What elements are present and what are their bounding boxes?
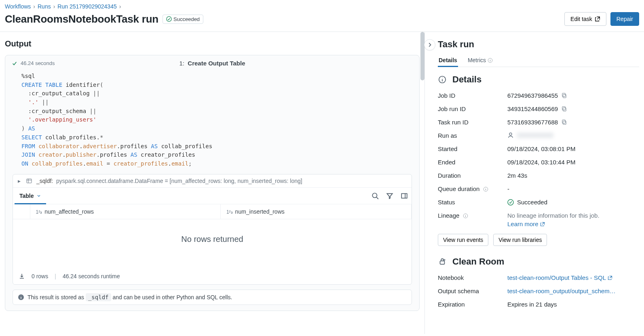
runtime-label: 46.24 seconds runtime <box>63 273 120 279</box>
breadcrumb: Workflows › Runs › Run 251799029024345 › <box>0 0 644 10</box>
notebook-cell: 46.24 seconds 1: Create Output Table %sq… <box>5 55 420 311</box>
chevron-right-icon <box>427 42 433 48</box>
expand-triangle-icon[interactable]: ▸ <box>18 178 22 184</box>
task-run-title: Task run <box>438 39 639 50</box>
svg-rect-11 <box>563 121 566 124</box>
user-icon <box>507 132 514 139</box>
cell-title: 1: Create Output Table <box>179 60 245 67</box>
chevron-right-icon: › <box>33 3 35 10</box>
cell-status: 46.24 seconds <box>12 60 55 66</box>
external-link-icon <box>608 275 612 280</box>
sqldf-note: This result is stored as _sqldf and can … <box>13 290 412 305</box>
copy-icon[interactable] <box>561 119 567 125</box>
info-icon <box>483 187 488 192</box>
copy-icon[interactable] <box>561 92 567 99</box>
svg-rect-12 <box>562 120 566 123</box>
search-icon[interactable] <box>368 189 382 203</box>
filter-icon[interactable] <box>382 189 397 203</box>
page-title: CleanRoomsNotebookTask run <box>5 13 158 25</box>
edit-task-button[interactable]: Edit task <box>564 12 606 26</box>
row-count: 0 rows <box>32 273 48 279</box>
empty-state: No rows returned <box>13 219 412 268</box>
svg-point-13 <box>509 133 512 135</box>
tab-metrics[interactable]: Metrics <box>467 54 494 67</box>
result-table: 1²₃num_affected_rows 1²₃num_inserted_row… <box>13 204 412 219</box>
breadcrumb-link-run-id[interactable]: Run 251799029024345 <box>57 3 116 10</box>
status-badge: Succeeded <box>163 15 203 24</box>
sqldf-label: _sqldf: pyspark.sql.connect.dataframe.Da… <box>36 178 302 184</box>
info-icon <box>18 294 24 300</box>
redacted-user <box>517 132 553 138</box>
lineage-learn-more-link[interactable]: Learn more <box>507 220 545 227</box>
external-link-icon <box>595 16 600 22</box>
svg-rect-8 <box>562 93 566 97</box>
view-run-events-button[interactable]: View run events <box>438 234 488 246</box>
info-icon <box>488 58 493 63</box>
chevron-right-icon: › <box>119 3 121 10</box>
check-circle-icon <box>507 199 514 206</box>
column-header[interactable]: 1²₃num_affected_rows <box>30 204 220 219</box>
copy-icon[interactable] <box>561 106 567 112</box>
clean-room-notebook-link[interactable]: test-clean-room/Output Tables - SQL <box>507 274 612 281</box>
page-header: CleanRoomsNotebookTask run Succeeded Edi… <box>0 10 644 32</box>
repair-button[interactable]: Repair <box>610 12 639 26</box>
breadcrumb-link-workflows[interactable]: Workflows <box>5 3 31 10</box>
check-circle-icon <box>166 16 172 22</box>
column-header[interactable]: 1²₃num_inserted_rows <box>220 204 411 219</box>
clean-room-heading: Clean Room <box>452 256 504 267</box>
panel-toggle-icon[interactable] <box>397 189 412 203</box>
external-link-icon <box>540 222 545 227</box>
tab-table[interactable]: Table <box>13 188 48 204</box>
svg-rect-10 <box>562 107 566 110</box>
download-icon[interactable] <box>19 273 25 279</box>
svg-rect-7 <box>563 94 566 98</box>
svg-rect-17 <box>440 261 445 264</box>
code-block: %sql CREATE TABLE identifier( :cr_output… <box>5 71 419 174</box>
details-heading: Details <box>452 74 481 85</box>
svg-rect-1 <box>27 179 32 183</box>
svg-point-0 <box>167 17 171 21</box>
collapse-panel-button[interactable] <box>424 39 435 50</box>
breadcrumb-link-runs[interactable]: Runs <box>38 3 51 10</box>
chevron-down-icon <box>36 193 41 198</box>
info-icon <box>438 75 447 84</box>
lock-shield-icon <box>438 257 447 266</box>
table-icon <box>26 178 32 184</box>
tab-details[interactable]: Details <box>438 54 458 67</box>
output-heading: Output <box>5 39 420 48</box>
check-icon <box>12 61 17 66</box>
svg-rect-9 <box>563 108 566 111</box>
svg-point-2 <box>372 193 377 197</box>
info-icon <box>463 213 468 218</box>
side-panel: Task run Details Metrics Details Job ID … <box>425 32 644 334</box>
view-run-libraries-button[interactable]: View run libraries <box>493 234 547 246</box>
clean-room-schema-link[interactable]: test-clean-room_output/output_schema_… <box>507 288 617 294</box>
svg-point-15 <box>508 200 513 205</box>
result-panel: ▸ _sqldf: pyspark.sql.connect.dataframe.… <box>13 174 412 285</box>
svg-rect-3 <box>401 193 407 198</box>
chevron-right-icon: › <box>53 3 55 10</box>
